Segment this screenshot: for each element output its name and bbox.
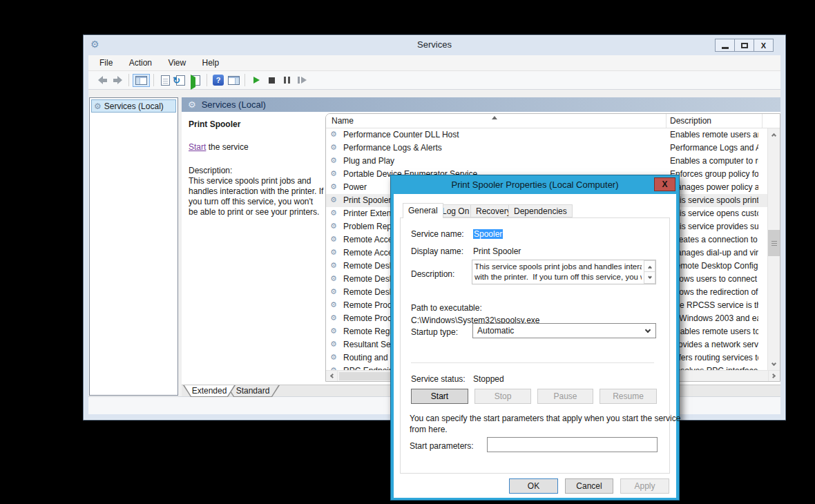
console-tree-pane: ⚙ Services (Local) bbox=[89, 97, 178, 396]
apply-button[interactable]: Apply bbox=[620, 478, 669, 494]
gear-icon: ⚙ bbox=[330, 287, 337, 296]
start-button[interactable]: Start bbox=[411, 389, 468, 404]
gear-icon: ⚙ bbox=[188, 99, 196, 110]
vertical-scrollbar[interactable] bbox=[767, 128, 780, 370]
pause-service-icon[interactable] bbox=[279, 73, 294, 88]
window-title: Services bbox=[84, 39, 785, 50]
table-row[interactable]: ⚙Performance Logs & AlertsPerformance Lo… bbox=[326, 142, 767, 155]
scroll-down-icon[interactable] bbox=[644, 271, 655, 284]
service-name-value: Spooler bbox=[473, 229, 503, 239]
export-list-icon[interactable] bbox=[188, 73, 203, 88]
menu-help[interactable]: Help bbox=[195, 55, 227, 70]
start-parameters-input[interactable] bbox=[487, 437, 658, 452]
tab-dependencies[interactable]: Dependencies bbox=[508, 204, 573, 217]
maximize-button[interactable] bbox=[734, 39, 754, 52]
menu-file[interactable]: File bbox=[93, 55, 119, 70]
display-name-value: Print Spooler bbox=[473, 246, 521, 256]
start-parameters-label: Start parameters: bbox=[410, 441, 474, 451]
chevron-down-icon bbox=[645, 327, 651, 333]
gear-icon: ⚙ bbox=[330, 313, 337, 322]
menu-bar: File Action View Help bbox=[88, 55, 780, 71]
window-titlebar[interactable]: ⚙ Services X bbox=[84, 35, 785, 55]
column-header-name[interactable]: Name bbox=[332, 116, 354, 126]
close-button[interactable]: X bbox=[754, 39, 774, 52]
service-description-cell: Enforces group policy for rem bbox=[670, 169, 758, 179]
toolbar: ↻ ? bbox=[88, 71, 780, 90]
start-service-link[interactable]: Start bbox=[189, 142, 206, 152]
vertical-scrollbar-thumb[interactable] bbox=[768, 230, 780, 256]
description-label: Description: bbox=[411, 269, 454, 279]
menu-action[interactable]: Action bbox=[122, 55, 159, 70]
column-header-description[interactable]: Description bbox=[670, 116, 711, 126]
table-row[interactable]: ⚙Performance Counter DLL HostEnables rem… bbox=[326, 128, 767, 142]
tab-general[interactable]: General bbox=[403, 203, 443, 218]
gear-icon: ⚙ bbox=[330, 248, 337, 257]
close-icon: X bbox=[662, 180, 667, 189]
ok-button[interactable]: OK bbox=[509, 478, 558, 494]
stop-button[interactable]: Stop bbox=[474, 389, 531, 404]
minimize-button[interactable] bbox=[715, 39, 735, 52]
gear-icon: ⚙ bbox=[94, 101, 102, 111]
start-service-line: Start the service bbox=[189, 142, 249, 152]
service-description-cell: Enables remote users to mod bbox=[670, 327, 758, 336]
forward-icon[interactable] bbox=[110, 73, 125, 88]
path-to-executable-label: Path to executable: bbox=[411, 303, 482, 313]
back-icon[interactable] bbox=[95, 73, 110, 88]
stop-service-icon[interactable] bbox=[264, 73, 279, 88]
properties-icon[interactable] bbox=[157, 73, 173, 88]
help-icon[interactable]: ? bbox=[211, 73, 226, 88]
dialog-titlebar[interactable]: Print Spooler Properties (Local Computer… bbox=[391, 175, 679, 194]
pause-button[interactable]: Pause bbox=[537, 389, 593, 404]
extended-info-pane: Print Spooler Start the service Descript… bbox=[182, 112, 324, 384]
scroll-left-icon[interactable] bbox=[326, 371, 338, 381]
service-description-cell: Enables remote users and 64 bbox=[670, 130, 758, 139]
gear-icon: ⚙ bbox=[330, 209, 337, 217]
dialog-title: Print Spooler Properties (Local Computer… bbox=[391, 180, 679, 190]
service-description-cell: Provides a network service th bbox=[670, 340, 758, 349]
gear-icon: ⚙ bbox=[330, 274, 337, 283]
gear-icon: ⚙ bbox=[330, 353, 337, 362]
pane-header: ⚙ Services (Local) bbox=[182, 97, 780, 112]
service-name-cell: Plug and Play bbox=[343, 156, 662, 166]
service-description-cell: Allows the redirection of Prin bbox=[670, 287, 758, 297]
service-description-cell: Offers routing services to bus bbox=[670, 353, 758, 362]
description-textbox[interactable]: This service spools print jobs and handl… bbox=[472, 260, 656, 284]
service-description-cell: The RPCSS service is the Serv bbox=[670, 300, 758, 310]
cancel-button[interactable]: Cancel bbox=[565, 478, 613, 494]
maximize-icon bbox=[741, 43, 748, 48]
dialog-close-button[interactable]: X bbox=[654, 177, 675, 191]
scroll-down-icon[interactable] bbox=[768, 358, 780, 370]
gear-icon: ⚙ bbox=[330, 340, 337, 349]
service-description-cell: Performance Logs and Alerts bbox=[670, 143, 758, 153]
scroll-up-icon[interactable] bbox=[768, 128, 780, 140]
show-console-tree-icon[interactable] bbox=[133, 74, 150, 87]
restart-service-icon[interactable] bbox=[294, 73, 309, 88]
refresh-icon[interactable]: ↻ bbox=[173, 73, 188, 88]
service-description-cell: This service provides suppor bbox=[670, 222, 758, 231]
gear-icon: ⚙ bbox=[330, 143, 337, 152]
tab-extended[interactable]: Extended bbox=[183, 385, 236, 397]
scroll-right-icon[interactable] bbox=[768, 371, 780, 381]
start-parameters-help-line2: from here. bbox=[410, 425, 448, 434]
pane-header-title: Services (Local) bbox=[202, 99, 266, 110]
service-description-cell: Manages dial-up and virtual bbox=[670, 248, 758, 258]
service-name-label: Service name: bbox=[411, 229, 464, 239]
table-row[interactable]: ⚙Plug and PlayEnables a computer to reco… bbox=[326, 155, 767, 168]
show-action-pane-icon[interactable] bbox=[226, 73, 241, 88]
gear-icon: ⚙ bbox=[330, 327, 337, 336]
print-spooler-properties-dialog: Print Spooler Properties (Local Computer… bbox=[390, 175, 680, 501]
start-service-icon[interactable] bbox=[249, 73, 264, 88]
service-description-cell: Creates a connection to a rem bbox=[670, 235, 758, 244]
tree-item-services-local[interactable]: ⚙ Services (Local) bbox=[91, 99, 176, 113]
gear-icon: ⚙ bbox=[330, 300, 337, 309]
sort-ascending-icon bbox=[492, 116, 497, 119]
service-description-cell: This service opens custom pr bbox=[670, 209, 758, 218]
general-tab-page: Service name: Spooler Display name: Prin… bbox=[400, 217, 670, 474]
service-description-cell: Manages power policy and p bbox=[670, 182, 758, 192]
service-status-label: Service status: bbox=[411, 374, 466, 384]
menu-view[interactable]: View bbox=[161, 55, 193, 70]
service-description-cell: This service spools print jobs bbox=[670, 195, 758, 205]
start-parameters-help-line1: You can specify the start parameters tha… bbox=[410, 414, 680, 423]
resume-button[interactable]: Resume bbox=[600, 389, 657, 404]
startup-type-dropdown[interactable]: Automatic bbox=[472, 323, 656, 338]
